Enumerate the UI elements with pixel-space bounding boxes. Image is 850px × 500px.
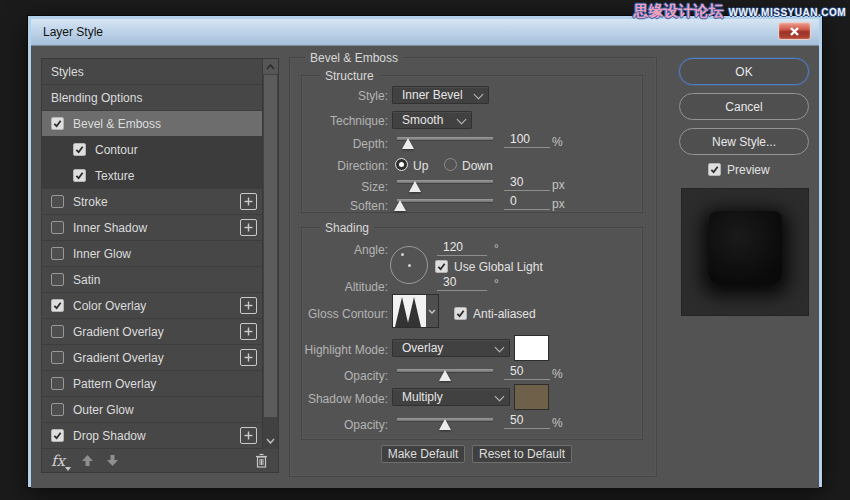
scrollbar-thumb[interactable] <box>264 75 277 417</box>
angle-dial[interactable] <box>390 246 428 284</box>
effect-checkbox[interactable] <box>51 351 64 364</box>
check-icon <box>53 431 62 440</box>
sidebar-item-stroke[interactable]: Stroke <box>42 189 262 215</box>
slider-thumb[interactable] <box>394 200 406 211</box>
style-dropdown[interactable]: Inner Bevel <box>392 86 489 104</box>
duplicate-effect-plus-button[interactable] <box>240 297 257 314</box>
effect-label: Drop Shadow <box>73 429 146 443</box>
dialog-titlebar[interactable]: Layer Style <box>31 19 819 46</box>
duplicate-effect-plus-button[interactable] <box>240 219 257 236</box>
close-button[interactable] <box>778 22 811 40</box>
size-value-field[interactable]: 30 <box>504 176 550 191</box>
sidebar-item-texture[interactable]: Texture <box>42 163 262 189</box>
add-effect-fx-button[interactable]: fx <box>51 452 65 470</box>
scroll-up-button[interactable] <box>263 59 278 74</box>
sidebar-item-drop-shadow[interactable]: Drop Shadow <box>42 423 262 449</box>
layer-style-dialog: Layer Style StylesBlending OptionsBevel … <box>28 16 822 487</box>
gloss-contour-picker[interactable] <box>392 294 439 328</box>
direction-down-radio[interactable] <box>444 158 457 171</box>
preview-checkbox[interactable] <box>708 163 721 176</box>
chevron-down-icon <box>474 90 484 100</box>
chevron-down-icon <box>495 343 505 353</box>
shadow-mode-dropdown[interactable]: Multiply <box>392 388 510 406</box>
effect-checkbox[interactable] <box>51 195 64 208</box>
altitude-unit: ° <box>494 277 499 291</box>
slider-thumb[interactable] <box>402 138 414 149</box>
scroll-down-button[interactable] <box>263 433 278 448</box>
altitude-value-field[interactable]: 30 <box>437 276 487 291</box>
shadow-mode-label: Shadow Mode: <box>302 392 388 406</box>
move-effect-up-button[interactable] <box>81 454 94 467</box>
dialog-title: Layer Style <box>43 25 103 39</box>
reset-to-default-button[interactable]: Reset to Default <box>472 445 572 463</box>
duplicate-effect-plus-button[interactable] <box>240 427 257 444</box>
sidebar-item-bevel-emboss[interactable]: Bevel & Emboss <box>42 111 262 137</box>
duplicate-effect-plus-button[interactable] <box>240 193 257 210</box>
anti-aliased-label: Anti-aliased <box>473 307 536 321</box>
slider-thumb[interactable] <box>409 181 421 192</box>
effect-checkbox[interactable] <box>51 325 64 338</box>
sidebar-item-inner-glow[interactable]: Inner Glow <box>42 241 262 267</box>
effect-checkbox[interactable] <box>51 403 64 416</box>
chevron-down-icon <box>495 392 505 402</box>
highlight-color-swatch[interactable] <box>514 335 549 361</box>
effect-checkbox[interactable] <box>51 377 64 390</box>
cancel-button[interactable]: Cancel <box>679 93 809 120</box>
slider-thumb[interactable] <box>439 370 451 381</box>
effect-checkbox[interactable] <box>51 221 64 234</box>
sidebar-item-blending-options[interactable]: Blending Options <box>42 85 262 111</box>
shadow-opacity-slider[interactable] <box>397 414 493 430</box>
shadow-color-swatch[interactable] <box>514 384 549 410</box>
soften-value-field[interactable]: 0 <box>504 195 550 210</box>
depth-slider[interactable] <box>397 133 493 149</box>
depth-value-field[interactable]: 100 <box>504 133 550 148</box>
chevron-down-icon <box>457 115 467 125</box>
sidebar-item-pattern-overlay[interactable]: Pattern Overlay <box>42 371 262 397</box>
effect-checkbox[interactable] <box>51 273 64 286</box>
angle-value-field[interactable]: 120 <box>437 241 487 256</box>
sidebar-item-styles[interactable]: Styles <box>42 59 262 85</box>
highlight-opacity-value-field[interactable]: 50 <box>504 365 550 380</box>
slider-thumb[interactable] <box>439 419 451 430</box>
effect-checkbox[interactable] <box>51 247 64 260</box>
sidebar-scrollbar[interactable] <box>262 59 278 449</box>
sidebar-item-outer-glow[interactable]: Outer Glow <box>42 397 262 423</box>
effect-label: Gradient Overlay <box>73 351 164 365</box>
effect-checkbox[interactable] <box>73 169 86 182</box>
duplicate-effect-plus-button[interactable] <box>240 323 257 340</box>
sidebar-item-satin[interactable]: Satin <box>42 267 262 293</box>
size-slider[interactable] <box>397 176 493 192</box>
technique-dropdown-value: Smooth <box>402 113 443 127</box>
highlight-opacity-slider[interactable] <box>397 365 493 381</box>
plus-icon <box>244 223 253 232</box>
new-style-button[interactable]: New Style... <box>679 128 809 155</box>
angle-label: Angle: <box>302 243 388 257</box>
duplicate-effect-plus-button[interactable] <box>240 349 257 366</box>
delete-effect-trash-button[interactable] <box>255 453 268 468</box>
highlight-mode-value: Overlay <box>402 341 443 355</box>
effect-checkbox[interactable] <box>73 143 86 156</box>
ok-button[interactable]: OK <box>679 58 809 85</box>
sidebar-item-color-overlay[interactable]: Color Overlay <box>42 293 262 319</box>
effect-label: Outer Glow <box>73 403 134 417</box>
sidebar-item-gradient-overlay[interactable]: Gradient Overlay <box>42 319 262 345</box>
effect-label: Blending Options <box>51 91 142 105</box>
soften-slider[interactable] <box>397 195 493 211</box>
shadow-opacity-value-field[interactable]: 50 <box>504 414 550 429</box>
technique-dropdown[interactable]: Smooth <box>392 111 472 129</box>
sidebar-item-inner-shadow[interactable]: Inner Shadow <box>42 215 262 241</box>
direction-up-radio[interactable] <box>395 158 408 171</box>
use-global-light-checkbox[interactable] <box>435 260 448 273</box>
effect-checkbox[interactable] <box>51 117 64 130</box>
effect-checkbox[interactable] <box>51 299 64 312</box>
altitude-label: Altitude: <box>302 280 388 294</box>
effect-checkbox[interactable] <box>51 429 64 442</box>
move-effect-down-button[interactable] <box>106 454 119 467</box>
structure-group: Structure Style: Inner Bevel Technique: … <box>301 75 643 213</box>
highlight-mode-dropdown[interactable]: Overlay <box>392 339 510 357</box>
anti-aliased-checkbox[interactable] <box>454 307 467 320</box>
sidebar-item-gradient-overlay[interactable]: Gradient Overlay <box>42 345 262 371</box>
contour-dropdown-strip[interactable] <box>426 295 438 327</box>
sidebar-item-contour[interactable]: Contour <box>42 137 262 163</box>
make-default-button[interactable]: Make Default <box>381 445 465 463</box>
